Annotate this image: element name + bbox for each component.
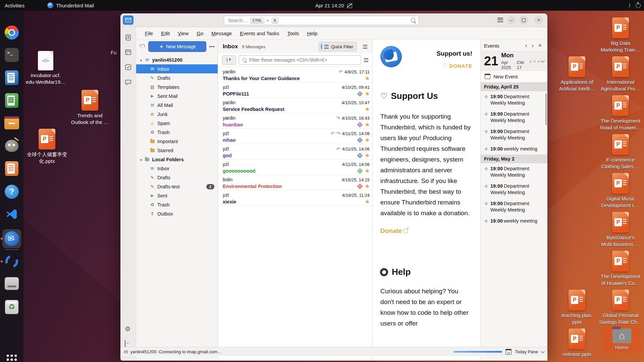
today-button[interactable]: ○ [533, 59, 536, 64]
message-row[interactable]: yanlin↷4/10/25, 16:43 huanbao★ [218, 113, 372, 129]
new-message-button[interactable]: ＋ New Message [148, 41, 206, 52]
dock-gimp[interactable] [4, 138, 20, 154]
dock-thunderbird[interactable] [4, 231, 20, 247]
clock-menu[interactable]: Apr 21 14:20 [315, 0, 352, 11]
minimize-button[interactable]: – [507, 16, 516, 24]
folder-important[interactable]: Important [136, 137, 218, 146]
event-item[interactable]: 19:00Department Weekly Meeting [481, 181, 547, 198]
donate-link[interactable]: Donate [380, 227, 472, 235]
message-row[interactable]: yzl4/10/25, 09:41 POPFile111★ [218, 82, 372, 98]
local-inbox[interactable]: Inbox [136, 164, 218, 173]
dock-trash[interactable]: ♻ [4, 299, 20, 315]
dock-sync-app[interactable] [4, 253, 20, 269]
quick-filter-toggle[interactable]: Quick Filter [319, 42, 357, 51]
desktop-file-intl-agricultural[interactable]: P InternationalAgricultural Pro… [595, 56, 644, 92]
menu-go[interactable]: Go [193, 29, 207, 38]
message-row[interactable]: yzl4/18/25, 11:24 xiexie★ [218, 190, 372, 206]
dock-help[interactable]: ? [4, 184, 20, 200]
account-row[interactable]: yanlin451200 [136, 55, 218, 64]
star-icon[interactable]: ★ [365, 122, 370, 127]
desktop-file-bigdata[interactable]: P Big DataMarketing Train… [595, 17, 644, 53]
desktop-file-digital-music[interactable]: P Digital MusicDevelopment L… [595, 173, 644, 208]
expand-date-chevron-icon[interactable] [541, 59, 544, 62]
event-item[interactable]: 19:00Department Weekly Meeting [481, 198, 547, 216]
system-status-area[interactable] [624, 0, 641, 11]
donate-badge-link[interactable]: ♡DONATE [436, 63, 472, 69]
message-row[interactable]: yzl4/11/25, 14:06 goooooooood★ [218, 160, 372, 175]
menu-events-tasks[interactable]: Events and Tasks [236, 29, 282, 38]
events-prev-button[interactable]: ‹ [523, 42, 530, 49]
folder-trash[interactable]: Trash [136, 128, 218, 137]
local-sent[interactable]: Sent [136, 191, 218, 200]
next-day-button[interactable]: › [538, 59, 539, 64]
activities-button[interactable]: Activities [0, 0, 29, 11]
app-menu-button[interactable] [497, 18, 503, 22]
event-item[interactable]: 19:00Department Weekly Meeting [481, 91, 547, 109]
event-item[interactable]: 19:00Department Weekly Meeting [481, 163, 547, 181]
message-row[interactable]: yanlin↶4/8/25, 17:11 Thanks for Your Car… [218, 67, 372, 82]
desktop-file-global-savings[interactable]: P Global PersonalSavings Rate Ch… [595, 290, 644, 325]
collapse-spaces-button[interactable]: ← [125, 340, 132, 347]
desktop-file-huawei-road[interactable]: P The DevelopmentRoad of Huawei… [595, 95, 644, 131]
menu-edit[interactable]: Edit [158, 29, 173, 38]
star-icon[interactable]: ★ [365, 91, 370, 97]
desktop-file-teaching-plan[interactable]: P teaching plan.pptx [552, 290, 602, 325]
message-row[interactable]: yzl↶4/11/25, 14:06 god★ [218, 144, 372, 160]
window-titlebar[interactable]: Search… CTRL + K – × [120, 13, 547, 27]
message-row[interactable]: yanlin4/10/25, 10:47 Service Feedback Re… [218, 98, 372, 113]
local-drafts-test[interactable]: Drafts-test2 [136, 182, 218, 191]
chat-space-button[interactable] [125, 79, 131, 85]
desktop-file-ecommerce[interactable]: P E-commerceClothing Sales … [595, 134, 644, 170]
folder-drafts[interactable]: Drafts [136, 73, 218, 82]
local-trash[interactable]: Trash [136, 200, 218, 209]
today-pane-chevron-icon[interactable] [541, 349, 544, 353]
desktop-file-bytedance[interactable]: P ByteDance'sMulti-business … [595, 212, 644, 247]
message-row[interactable]: linlin4/15/25, 14:15 Environmental Prote… [218, 175, 372, 190]
prev-day-button[interactable]: ‹ [530, 59, 531, 64]
dock-terminal[interactable]: >_ [4, 47, 20, 63]
dock-libreoffice-calc[interactable] [4, 93, 20, 109]
focused-app-menu[interactable]: Thunderbird Mail [43, 0, 99, 11]
folder-inbox[interactable]: Inbox [136, 64, 218, 73]
event-item[interactable]: 19:00Department Weekly Meeting [481, 126, 547, 143]
desktop-file-incubator[interactable]: </> incubator.ucf.edu-WedMar19… [20, 51, 71, 85]
dock-libreoffice-writer[interactable] [4, 70, 20, 86]
maximize-button[interactable] [519, 16, 528, 24]
menu-file[interactable]: File [142, 29, 156, 38]
local-drafts[interactable]: Drafts [136, 173, 218, 182]
desktop-file-ai-applications[interactable]: P Applications ofArtificial Intelli… [552, 56, 602, 92]
event-item[interactable]: 19:00weekly meeting [481, 216, 547, 227]
folder-junk[interactable]: Junk [136, 110, 218, 119]
menu-tools[interactable]: Tools [284, 29, 303, 38]
local-folders-row[interactable]: Local Folders [136, 155, 218, 164]
desktop-file-savings-cn[interactable]: P 全球个人储蓄率变化.pptx [22, 129, 72, 164]
dock-files[interactable] [4, 115, 20, 131]
local-outbox[interactable]: Outbox [136, 209, 218, 218]
menu-help[interactable]: Help [304, 29, 321, 38]
show-applications-button[interactable] [4, 352, 20, 362]
desktop-file-trends[interactable]: P Trends andOutlook of the … [65, 90, 115, 125]
folder-starred[interactable]: Starred [136, 146, 218, 155]
desktop-file-huawei-consumer[interactable]: P The Developmentof Huawei's Co… [595, 251, 644, 286]
message-list-display-options[interactable] [361, 43, 369, 51]
tasks-space-button[interactable] [125, 64, 131, 70]
dock-chrome[interactable] [4, 24, 20, 41]
get-messages-icon[interactable] [139, 44, 146, 49]
global-search-input[interactable]: Search… CTRL + K [224, 16, 419, 25]
dock-libreoffice-impress[interactable] [4, 161, 20, 177]
star-icon[interactable]: ★ [365, 107, 370, 112]
star-icon[interactable]: ★ [365, 199, 370, 204]
settings-gear-button[interactable]: ⚙ [125, 325, 131, 332]
star-icon[interactable]: ★ [365, 137, 370, 143]
event-item[interactable]: 19:00weekly meeting [481, 143, 547, 155]
desktop-home-folder[interactable]: ⌂ Home [602, 326, 642, 353]
folder-spam[interactable]: Spam [136, 119, 218, 128]
folder-pane-options-button[interactable]: ••• [209, 44, 215, 49]
star-icon[interactable]: ★ [365, 168, 370, 174]
message-row[interactable]: yzl↶↷4/11/25, 14:06 nihao★ [218, 129, 372, 144]
filter-options-icon[interactable] [364, 58, 368, 62]
menu-message[interactable]: Message [208, 29, 235, 38]
events-scrollbar[interactable] [545, 94, 547, 125]
star-icon[interactable]: ★ [365, 76, 370, 81]
star-icon[interactable]: ★ [365, 153, 370, 158]
